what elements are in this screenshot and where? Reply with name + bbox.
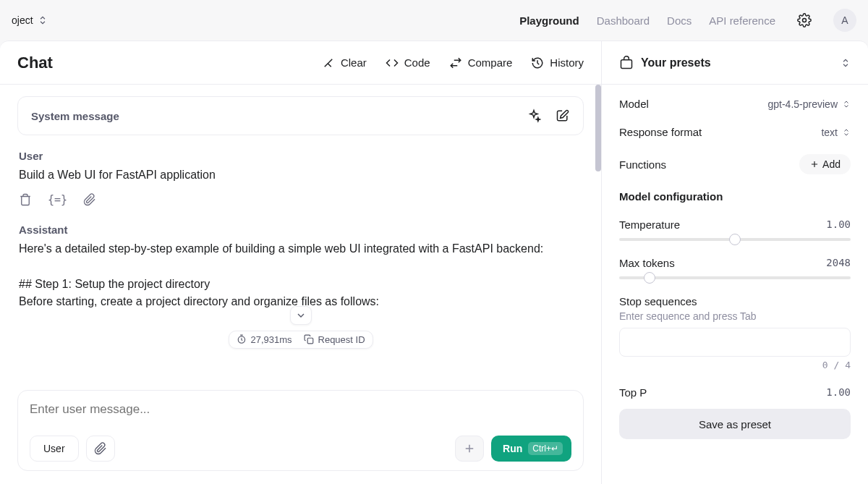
assistant-line-1: Here's a detailed step-by-step example o… — [19, 240, 582, 258]
stop-sequences-input[interactable] — [619, 328, 851, 357]
presets-header[interactable]: Your presets — [602, 41, 868, 85]
top-p-label: Top P — [619, 386, 647, 399]
avatar-initial: A — [841, 14, 848, 26]
model-value: gpt-4.5-preview — [768, 98, 838, 110]
chat-header: Chat Clear Code Compare History — [0, 41, 601, 85]
nav-playground[interactable]: Playground — [519, 14, 579, 27]
delete-message-button[interactable] — [19, 193, 32, 206]
chat-title: Chat — [17, 54, 53, 72]
gear-icon — [797, 13, 812, 27]
functions-add-button[interactable]: Add — [799, 154, 851, 174]
attach-message-button[interactable] — [83, 193, 96, 206]
model-label: Model — [619, 98, 649, 110]
code-button[interactable]: Code — [386, 56, 430, 69]
top-bar: oject Playground Dashboard Docs API refe… — [0, 0, 868, 41]
stop-sequences-hint: Enter sequence and press Tab — [619, 310, 851, 322]
avatar[interactable]: A — [833, 9, 856, 32]
chevron-up-down-icon — [842, 128, 851, 137]
chevron-up-down-icon — [842, 100, 851, 109]
chevron-up-down-icon — [841, 58, 851, 68]
functions-label: Functions — [619, 158, 666, 171]
max-tokens-block: Max tokens 2048 — [619, 257, 851, 279]
temperature-label: Temperature — [619, 218, 680, 231]
clear-button[interactable]: Clear — [322, 56, 367, 69]
nav-api-reference[interactable]: API reference — [709, 14, 775, 27]
composer-row: User Run Ctrl+↵ — [30, 436, 571, 462]
edit-button[interactable] — [556, 109, 570, 123]
trash-icon — [19, 193, 32, 206]
chat-pane: Chat Clear Code Compare History — [0, 41, 602, 484]
project-selector-label: oject — [12, 14, 33, 26]
response-format-label: Response format — [619, 126, 702, 138]
settings-list: Model gpt-4.5-preview Response format te… — [602, 85, 868, 404]
main: Chat Clear Code Compare History — [0, 41, 868, 484]
max-tokens-label: Max tokens — [619, 257, 675, 269]
request-id-button[interactable]: Request ID — [304, 334, 365, 345]
latency-value: 27,931ms — [250, 334, 292, 345]
svg-rect-3 — [621, 59, 632, 68]
edit-icon — [556, 109, 570, 123]
plus-icon — [463, 442, 476, 455]
scrollbar-thumb[interactable] — [595, 85, 601, 171]
nav-dashboard[interactable]: Dashboard — [597, 14, 650, 27]
save-preset-button[interactable]: Save as preset — [619, 409, 851, 439]
system-message-card[interactable]: System message — [17, 96, 584, 135]
history-icon — [531, 56, 544, 69]
max-tokens-value: 2048 — [826, 257, 851, 269]
request-id-label: Request ID — [318, 334, 365, 345]
paperclip-icon — [94, 442, 107, 455]
system-message-label: System message — [31, 110, 119, 122]
latency-meta: 27,931ms — [236, 334, 292, 345]
temperature-block: Temperature 1.00 — [619, 218, 851, 241]
compare-label: Compare — [468, 56, 513, 69]
assistant-line-2: ## Step 1: Setup the project directory — [19, 276, 582, 294]
functions-row: Functions Add — [619, 154, 851, 174]
history-label: History — [550, 56, 584, 69]
attach-button[interactable] — [86, 436, 115, 462]
clear-label: Clear — [341, 56, 367, 69]
temperature-value: 1.00 — [826, 218, 851, 231]
max-tokens-slider[interactable] — [619, 276, 851, 279]
chat-actions: Clear Code Compare History — [322, 56, 584, 69]
add-button[interactable] — [455, 436, 484, 462]
run-shortcut: Ctrl+↵ — [528, 442, 563, 455]
copy-icon — [304, 334, 314, 344]
nav-docs[interactable]: Docs — [667, 14, 692, 27]
presets-icon — [619, 56, 634, 70]
user-message-text: Build a Web UI for FastAPI application — [19, 166, 582, 184]
compare-button[interactable]: Compare — [449, 56, 513, 69]
message-input[interactable] — [30, 402, 571, 417]
model-config-title: Model configuration — [619, 190, 851, 203]
assistant-role-label: Assistant — [19, 224, 582, 236]
max-tokens-thumb[interactable] — [644, 272, 655, 284]
role-selector-button[interactable]: User — [30, 436, 79, 462]
stop-sequences-block: Stop sequences Enter sequence and press … — [619, 295, 851, 370]
compare-icon — [449, 56, 462, 69]
project-selector[interactable]: oject — [12, 14, 48, 26]
model-row[interactable]: Model gpt-4.5-preview — [619, 98, 851, 110]
stopwatch-icon — [236, 334, 246, 344]
plus-icon — [809, 159, 820, 169]
response-format-value: text — [821, 127, 838, 138]
broom-icon — [322, 56, 335, 69]
paperclip-icon — [83, 193, 96, 206]
composer: User Run Ctrl+↵ — [17, 390, 584, 471]
settings-pane: Your presets Model gpt-4.5-preview Respo… — [602, 41, 868, 484]
temperature-slider[interactable] — [619, 238, 851, 241]
presets-label: Your presets — [641, 56, 711, 69]
svg-rect-2 — [307, 339, 313, 344]
user-message-tools: {=} — [19, 193, 582, 206]
run-label: Run — [503, 443, 522, 454]
settings-button[interactable] — [793, 9, 816, 32]
collapse-button[interactable] — [290, 306, 312, 325]
chat-body: System message User Build a Web UI for F… — [0, 85, 601, 390]
sparkle-button[interactable] — [527, 109, 541, 123]
json-message-button[interactable]: {=} — [48, 193, 67, 206]
chevron-up-down-icon — [38, 15, 48, 25]
history-button[interactable]: History — [531, 56, 584, 69]
chevron-down-icon — [295, 310, 307, 321]
nav-right: Playground Dashboard Docs API reference … — [519, 9, 856, 32]
run-button[interactable]: Run Ctrl+↵ — [491, 436, 571, 462]
response-format-row[interactable]: Response format text — [619, 126, 851, 138]
temperature-thumb[interactable] — [729, 234, 741, 245]
